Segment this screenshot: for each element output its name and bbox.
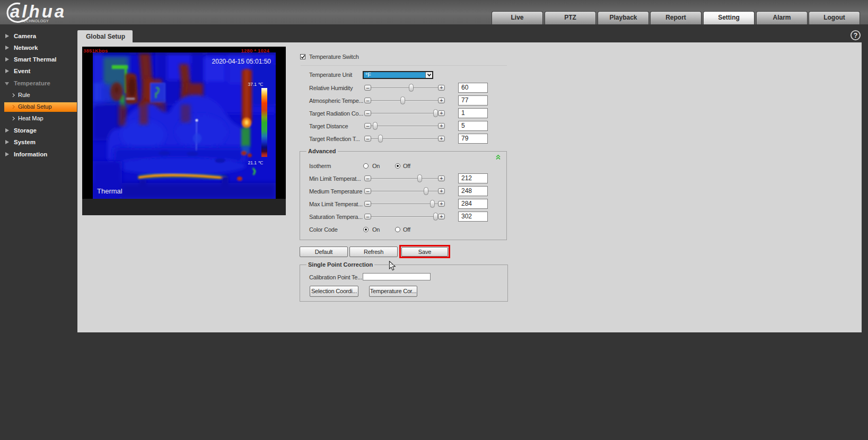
svg-text:37.1 ℃: 37.1 ℃ <box>248 82 264 87</box>
svg-text:?: ? <box>854 32 858 39</box>
svg-text:alhua: alhua <box>10 2 66 21</box>
svg-text:TECHNOLOGY: TECHNOLOGY <box>21 19 49 23</box>
svg-text:2020-04-15 05:01:50: 2020-04-15 05:01:50 <box>212 58 271 65</box>
svg-text:21.1 ℃: 21.1 ℃ <box>248 160 264 165</box>
svg-text:Thermal: Thermal <box>97 187 122 195</box>
